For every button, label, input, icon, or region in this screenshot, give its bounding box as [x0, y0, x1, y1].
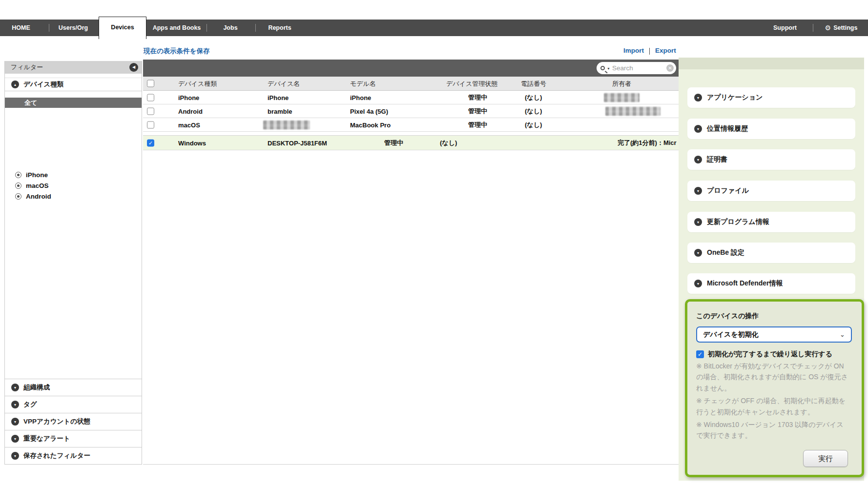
- chevron-down-icon: ▼: [694, 125, 702, 133]
- note-windows10: ※ Windows10 バージョン 1703 以降のデバイス で実行できます。: [696, 419, 853, 441]
- link-separator: [649, 48, 650, 55]
- cell-type: Android: [178, 107, 203, 115]
- chevron-down-icon: ▼: [694, 187, 702, 195]
- col-header-name[interactable]: デバイス名: [268, 77, 300, 91]
- nav-tab-devices-active[interactable]: Devices: [99, 17, 146, 39]
- chevron-down-icon: ▼: [694, 94, 702, 102]
- table-row[interactable]: iPhone iPhone iPhone 管理中 (なし): [143, 91, 679, 104]
- table-row-selected[interactable]: ✓ Windows DESKTOP-J581F6M 管理中 (なし) 完了(約1…: [143, 135, 679, 150]
- sidebar-section-alerts[interactable]: ▼ 重要なアラート: [5, 430, 142, 447]
- filter-title: フィルター: [11, 63, 43, 71]
- col-header-phone[interactable]: 電話番号: [521, 77, 546, 91]
- col-header-owner[interactable]: 所有者: [612, 77, 631, 91]
- device-detail-panel: ▼ アプリケーション ▼ 位置情報履歴 ▼ 証明書 ▼ プロファイル ▼ 更新プ…: [679, 58, 864, 481]
- panel-section-location-history[interactable]: ▼ 位置情報履歴: [687, 119, 855, 139]
- filter-item-label: macOS: [26, 182, 49, 189]
- col-header-type[interactable]: デバイス種類: [178, 77, 217, 91]
- panel-section-onebe-settings[interactable]: ▼ OneBe 設定: [687, 243, 855, 263]
- chevron-down-icon: ▼: [11, 418, 19, 426]
- table-row[interactable]: macOS MacBook Pro 管理中 (なし): [143, 118, 679, 132]
- note-bitlocker: ※ BitLocker が有効なデバイスでチェックが ON の場合、初期化されま…: [696, 361, 853, 393]
- filter-header: フィルター ◀: [5, 61, 142, 74]
- panel-section-defender-info[interactable]: ▼ Microsoft Defender情報: [687, 273, 855, 294]
- table-row[interactable]: Android bramble Pixel 4a (5G) 管理中 (なし): [143, 104, 679, 118]
- redacted-name: [263, 120, 310, 129]
- import-link[interactable]: Import: [623, 47, 644, 54]
- panel-section-certificates[interactable]: ▼ 証明書: [687, 149, 855, 170]
- collapse-sidebar-icon[interactable]: ◀: [129, 63, 138, 72]
- search-input[interactable]: ▼ Search ✕: [597, 62, 676, 74]
- repeat-checkbox-row[interactable]: ✓ 初期化が完了するまで繰り返し実行する: [696, 350, 853, 359]
- select-all-checkbox[interactable]: [147, 80, 154, 87]
- panel-section-label: 更新プログラム情報: [707, 218, 769, 226]
- cell-phone: (なし): [440, 139, 457, 147]
- save-view-link[interactable]: 現在の表示条件を保存: [144, 47, 210, 56]
- note-check-off: ※ チェックが OFF の場合、初期化中に再起動を 行うと初期化がキャンセルされ…: [696, 395, 853, 417]
- nav-separator: [49, 24, 49, 32]
- device-action-box: このデバイスの操作 デバイスを初期化 ⌄ ✓ 初期化が完了するまで繰り返し実行す…: [685, 299, 864, 477]
- chevron-down-icon: ▼: [11, 435, 19, 443]
- chevron-down-icon: ▼: [11, 452, 19, 460]
- device-table: ▼ Search ✕ デバイス種類 デバイス名 モデル名 デバイス管理状態 電話…: [143, 60, 679, 465]
- nav-separator: [207, 24, 207, 32]
- device-action-select[interactable]: デバイスを初期化 ⌄: [696, 326, 852, 343]
- cell-model: iPhone: [350, 94, 371, 101]
- cell-type: Windows: [178, 139, 206, 146]
- chevron-down-icon: ▼: [694, 280, 702, 287]
- sidebar-section-label: 重要なアラート: [23, 434, 70, 443]
- nav-tab-jobs[interactable]: Jobs: [216, 20, 245, 36]
- search-scope-chevron-icon[interactable]: ▼: [607, 67, 610, 70]
- nav-tab-reports[interactable]: Reports: [263, 20, 297, 36]
- filter-item-macos[interactable]: macOS: [5, 180, 142, 191]
- cell-phone: (なし): [525, 107, 542, 116]
- row-checkbox-checked[interactable]: ✓: [147, 139, 154, 146]
- export-link[interactable]: Export: [655, 47, 676, 54]
- nav-separator: [813, 24, 813, 32]
- sidebar-section-tags[interactable]: ▼ タグ: [5, 396, 142, 413]
- col-header-state[interactable]: デバイス管理状態: [446, 77, 497, 91]
- table-header-row: デバイス種類 デバイス名 モデル名 デバイス管理状態 電話番号 所有者: [143, 77, 679, 91]
- cell-type: iPhone: [178, 94, 199, 101]
- redacted-owner: [605, 106, 661, 116]
- nav-tab-users-org[interactable]: Users/Org: [51, 20, 95, 36]
- radio-icon: [15, 172, 21, 178]
- nav-tab-apps-and-books[interactable]: Apps and Books: [149, 20, 204, 36]
- row-checkbox[interactable]: [147, 94, 154, 101]
- execute-button[interactable]: 実行: [803, 450, 848, 467]
- sidebar-section-device-type[interactable]: ▲ デバイス種類: [5, 78, 142, 91]
- sidebar-section-saved-filters[interactable]: ▼ 保存されたフィルター: [5, 447, 142, 464]
- chevron-down-icon: ▼: [694, 249, 702, 257]
- col-header-model[interactable]: モデル名: [350, 77, 376, 91]
- panel-section-update-programs[interactable]: ▼ 更新プログラム情報: [687, 212, 855, 232]
- search-placeholder: Search: [612, 64, 666, 72]
- panel-section-profiles[interactable]: ▼ プロファイル: [687, 181, 855, 201]
- row-checkbox[interactable]: [147, 121, 154, 128]
- chevron-up-icon: ▲: [11, 81, 19, 88]
- nav-support-link[interactable]: Support: [766, 20, 804, 36]
- chevron-down-icon: ⌄: [840, 331, 845, 338]
- nav-settings-link[interactable]: ⚙Settings: [819, 20, 863, 36]
- repeat-checkbox-checked[interactable]: ✓: [696, 350, 704, 358]
- panel-section-applications[interactable]: ▼ アプリケーション: [687, 87, 855, 108]
- sidebar-section-vpp[interactable]: ▼ VPPアカウントの状態: [5, 413, 142, 430]
- panel-section-label: アプリケーション: [707, 93, 763, 102]
- selected-action-value: デバイスを初期化: [703, 330, 840, 339]
- filter-item-label: Android: [26, 193, 51, 200]
- chevron-down-icon: ▼: [694, 156, 702, 163]
- cell-name: bramble: [268, 107, 292, 115]
- filter-item-android[interactable]: Android: [5, 191, 142, 202]
- panel-section-label: Microsoft Defender情報: [707, 279, 783, 288]
- filter-item-all-selected[interactable]: 全て: [5, 98, 142, 108]
- filter-item-iphone[interactable]: iPhone: [5, 169, 142, 180]
- clear-search-icon[interactable]: ✕: [666, 64, 674, 72]
- panel-section-label: OneBe 設定: [707, 248, 744, 257]
- sidebar-section-org[interactable]: ▼ 組織構成: [5, 379, 142, 396]
- radio-icon: [15, 183, 21, 189]
- cell-state: 管理中: [384, 139, 403, 147]
- nav-separator: [255, 24, 256, 32]
- cell-state: 管理中: [446, 107, 487, 116]
- row-checkbox[interactable]: [147, 107, 154, 115]
- filter-item-label: iPhone: [26, 171, 48, 179]
- nav-tab-home[interactable]: HOME: [6, 20, 36, 36]
- sidebar-section-label: VPPアカウントの状態: [23, 417, 90, 426]
